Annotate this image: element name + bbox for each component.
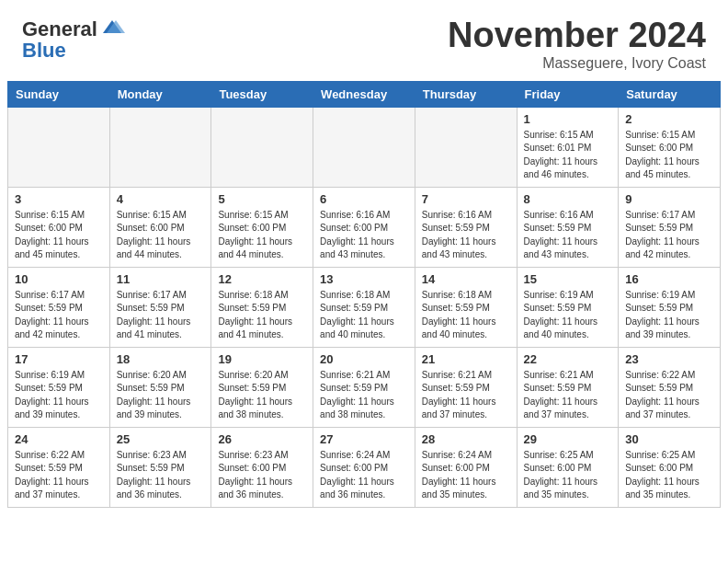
day-info: Sunrise: 6:15 AM Sunset: 6:00 PM Dayligh… (15, 209, 103, 262)
day-number: 16 (625, 272, 713, 286)
day-info: Sunrise: 6:18 AM Sunset: 5:59 PM Dayligh… (320, 289, 408, 342)
day-info: Sunrise: 6:15 AM Sunset: 6:00 PM Dayligh… (218, 209, 306, 262)
day-info: Sunrise: 6:17 AM Sunset: 5:59 PM Dayligh… (15, 289, 103, 342)
day-number: 17 (15, 352, 103, 366)
day-number: 5 (218, 192, 306, 206)
day-cell-4-0: 24Sunrise: 6:22 AM Sunset: 5:59 PM Dayli… (8, 427, 110, 507)
col-saturday: Saturday (619, 81, 721, 107)
day-cell-4-6: 30Sunrise: 6:25 AM Sunset: 6:00 PM Dayli… (619, 427, 721, 507)
week-row-5: 24Sunrise: 6:22 AM Sunset: 5:59 PM Dayli… (8, 427, 721, 507)
day-number: 6 (320, 192, 408, 206)
week-row-2: 3Sunrise: 6:15 AM Sunset: 6:00 PM Daylig… (8, 187, 721, 267)
day-info: Sunrise: 6:19 AM Sunset: 5:59 PM Dayligh… (625, 289, 713, 342)
month-title: November 2024 (448, 17, 706, 55)
day-cell-1-4: 7Sunrise: 6:16 AM Sunset: 5:59 PM Daylig… (415, 187, 517, 267)
day-cell-2-3: 13Sunrise: 6:18 AM Sunset: 5:59 PM Dayli… (313, 267, 415, 347)
day-info: Sunrise: 6:23 AM Sunset: 6:00 PM Dayligh… (218, 449, 306, 502)
day-cell-3-2: 19Sunrise: 6:20 AM Sunset: 5:59 PM Dayli… (211, 347, 313, 427)
day-info: Sunrise: 6:22 AM Sunset: 5:59 PM Dayligh… (625, 369, 713, 422)
logo: General Blue (22, 17, 125, 63)
day-cell-1-0: 3Sunrise: 6:15 AM Sunset: 6:00 PM Daylig… (8, 187, 110, 267)
day-cell-3-1: 18Sunrise: 6:20 AM Sunset: 5:59 PM Dayli… (109, 347, 211, 427)
day-number: 11 (117, 272, 205, 286)
day-info: Sunrise: 6:19 AM Sunset: 5:59 PM Dayligh… (524, 289, 612, 342)
day-cell-1-3: 6Sunrise: 6:16 AM Sunset: 6:00 PM Daylig… (313, 187, 415, 267)
day-number: 21 (422, 352, 510, 366)
day-cell-0-5: 1Sunrise: 6:15 AM Sunset: 6:01 PM Daylig… (517, 107, 619, 187)
day-cell-0-6: 2Sunrise: 6:15 AM Sunset: 6:00 PM Daylig… (619, 107, 721, 187)
day-info: Sunrise: 6:18 AM Sunset: 5:59 PM Dayligh… (218, 289, 306, 342)
day-number: 28 (422, 432, 510, 446)
day-number: 25 (117, 432, 205, 446)
day-info: Sunrise: 6:17 AM Sunset: 5:59 PM Dayligh… (625, 209, 713, 262)
day-info: Sunrise: 6:15 AM Sunset: 6:00 PM Dayligh… (117, 209, 205, 262)
day-number: 12 (218, 272, 306, 286)
day-number: 3 (15, 192, 103, 206)
day-number: 2 (625, 112, 713, 126)
col-tuesday: Tuesday (211, 81, 313, 107)
day-number: 13 (320, 272, 408, 286)
day-cell-4-1: 25Sunrise: 6:23 AM Sunset: 5:59 PM Dayli… (109, 427, 211, 507)
day-number: 26 (218, 432, 306, 446)
day-number: 24 (15, 432, 103, 446)
day-info: Sunrise: 6:17 AM Sunset: 5:59 PM Dayligh… (117, 289, 205, 342)
day-number: 22 (524, 352, 612, 366)
col-thursday: Thursday (415, 81, 517, 107)
day-cell-2-1: 11Sunrise: 6:17 AM Sunset: 5:59 PM Dayli… (109, 267, 211, 347)
day-info: Sunrise: 6:19 AM Sunset: 5:59 PM Dayligh… (15, 369, 103, 422)
day-cell-4-4: 28Sunrise: 6:24 AM Sunset: 6:00 PM Dayli… (415, 427, 517, 507)
day-info: Sunrise: 6:25 AM Sunset: 6:00 PM Dayligh… (524, 449, 612, 502)
day-info: Sunrise: 6:24 AM Sunset: 6:00 PM Dayligh… (320, 449, 408, 502)
logo-icon (99, 17, 125, 42)
day-info: Sunrise: 6:25 AM Sunset: 6:00 PM Dayligh… (625, 449, 713, 502)
day-cell-4-5: 29Sunrise: 6:25 AM Sunset: 6:00 PM Dayli… (517, 427, 619, 507)
col-sunday: Sunday (8, 81, 110, 107)
day-cell-2-2: 12Sunrise: 6:18 AM Sunset: 5:59 PM Dayli… (211, 267, 313, 347)
day-cell-1-6: 9Sunrise: 6:17 AM Sunset: 5:59 PM Daylig… (619, 187, 721, 267)
day-number: 19 (218, 352, 306, 366)
day-info: Sunrise: 6:18 AM Sunset: 5:59 PM Dayligh… (422, 289, 510, 342)
day-info: Sunrise: 6:21 AM Sunset: 5:59 PM Dayligh… (320, 369, 408, 422)
day-number: 1 (524, 112, 612, 126)
col-wednesday: Wednesday (313, 81, 415, 107)
day-number: 4 (117, 192, 205, 206)
day-cell-4-2: 26Sunrise: 6:23 AM Sunset: 6:00 PM Dayli… (211, 427, 313, 507)
day-cell-3-6: 23Sunrise: 6:22 AM Sunset: 5:59 PM Dayli… (619, 347, 721, 427)
day-number: 18 (117, 352, 205, 366)
day-cell-1-5: 8Sunrise: 6:16 AM Sunset: 5:59 PM Daylig… (517, 187, 619, 267)
day-info: Sunrise: 6:24 AM Sunset: 6:00 PM Dayligh… (422, 449, 510, 502)
day-number: 23 (625, 352, 713, 366)
day-cell-0-4 (415, 107, 517, 187)
day-cell-0-0 (8, 107, 110, 187)
day-cell-3-4: 21Sunrise: 6:21 AM Sunset: 5:59 PM Dayli… (415, 347, 517, 427)
day-info: Sunrise: 6:16 AM Sunset: 6:00 PM Dayligh… (320, 209, 408, 262)
day-cell-1-2: 5Sunrise: 6:15 AM Sunset: 6:00 PM Daylig… (211, 187, 313, 267)
day-info: Sunrise: 6:15 AM Sunset: 6:01 PM Dayligh… (524, 129, 612, 182)
day-info: Sunrise: 6:20 AM Sunset: 5:59 PM Dayligh… (218, 369, 306, 422)
week-row-4: 17Sunrise: 6:19 AM Sunset: 5:59 PM Dayli… (8, 347, 721, 427)
day-number: 7 (422, 192, 510, 206)
day-cell-3-5: 22Sunrise: 6:21 AM Sunset: 5:59 PM Dayli… (517, 347, 619, 427)
day-cell-3-3: 20Sunrise: 6:21 AM Sunset: 5:59 PM Dayli… (313, 347, 415, 427)
day-number: 15 (524, 272, 612, 286)
page-header: General Blue November 2024 Masseguere, I… (0, 0, 728, 81)
calendar-header-row: Sunday Monday Tuesday Wednesday Thursday… (8, 81, 721, 107)
day-info: Sunrise: 6:15 AM Sunset: 6:00 PM Dayligh… (625, 129, 713, 182)
day-number: 29 (524, 432, 612, 446)
day-cell-4-3: 27Sunrise: 6:24 AM Sunset: 6:00 PM Dayli… (313, 427, 415, 507)
week-row-3: 10Sunrise: 6:17 AM Sunset: 5:59 PM Dayli… (8, 267, 721, 347)
day-info: Sunrise: 6:20 AM Sunset: 5:59 PM Dayligh… (117, 369, 205, 422)
day-cell-0-2 (211, 107, 313, 187)
day-number: 8 (524, 192, 612, 206)
day-cell-1-1: 4Sunrise: 6:15 AM Sunset: 6:00 PM Daylig… (109, 187, 211, 267)
day-number: 30 (625, 432, 713, 446)
day-info: Sunrise: 6:16 AM Sunset: 5:59 PM Dayligh… (524, 209, 612, 262)
day-cell-2-5: 15Sunrise: 6:19 AM Sunset: 5:59 PM Dayli… (517, 267, 619, 347)
logo-blue-text: Blue (22, 39, 66, 63)
col-monday: Monday (109, 81, 211, 107)
day-cell-0-1 (109, 107, 211, 187)
day-info: Sunrise: 6:21 AM Sunset: 5:59 PM Dayligh… (422, 369, 510, 422)
day-info: Sunrise: 6:16 AM Sunset: 5:59 PM Dayligh… (422, 209, 510, 262)
day-cell-0-3 (313, 107, 415, 187)
day-number: 27 (320, 432, 408, 446)
